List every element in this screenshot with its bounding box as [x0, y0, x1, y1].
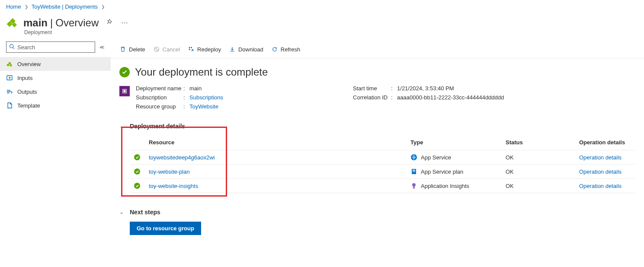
svg-rect-13 [189, 49, 190, 50]
value-deployment-name: main [189, 85, 202, 92]
label-resource-group: Resource group [136, 103, 183, 110]
status-value: OK [501, 150, 575, 165]
more-icon[interactable]: ⋯ [119, 17, 130, 29]
chevron-down-icon: ⌄ [119, 209, 124, 215]
status-value: OK [501, 165, 575, 179]
toolbar: Delete Cancel Redeploy Download Refresh [111, 41, 644, 58]
table-row: toywebsitedeep4g6aox2wiApp ServiceOKOper… [130, 150, 635, 165]
refresh-button[interactable]: Refresh [271, 45, 301, 54]
breadcrumb-deployments[interactable]: ToyWebsite | Deployments [32, 3, 98, 10]
label-deployment-name: Deployment name [136, 85, 183, 92]
summary-right: Start time : 1/21/2024, 3:53:40 PM Corre… [353, 85, 504, 110]
summary: Deployment name : main Subscription : Su… [111, 83, 644, 118]
search-icon [9, 44, 15, 51]
th-status: Status [501, 136, 575, 150]
resource-link[interactable]: toywebsitedeep4g6aox2wi [149, 154, 215, 161]
status-header: Your deployment is complete [111, 58, 644, 83]
check-circle-icon [119, 67, 130, 77]
section-next-steps[interactable]: ⌄ Next steps [111, 203, 644, 222]
label-start-time: Start time [353, 85, 391, 92]
appinsights-icon [410, 182, 417, 189]
status-value: OK [501, 179, 575, 193]
sidebar-item-label: Inputs [17, 75, 32, 81]
chevron-down-icon: ⌄ [119, 123, 124, 129]
redeploy-icon [188, 46, 195, 53]
cancel-icon [153, 46, 160, 53]
title-section: Overview [55, 17, 99, 29]
main-content: Delete Cancel Redeploy Download Refresh [111, 41, 644, 252]
outputs-icon [6, 88, 13, 95]
check-circle-icon [134, 154, 140, 160]
page-header: main | Overview ⋯ [0, 14, 644, 30]
operation-details-link[interactable]: Operation details [579, 168, 622, 175]
svg-line-4 [13, 48, 14, 49]
inputs-icon [6, 74, 13, 81]
svg-rect-15 [123, 90, 125, 92]
deploy-icon [6, 60, 13, 67]
pin-icon[interactable] [104, 17, 114, 29]
table-row: toy-website-planApp Service planOKOperat… [130, 165, 635, 179]
refresh-icon [271, 46, 278, 53]
deployment-details-table: Resource Type Status Operation details t… [130, 136, 635, 193]
breadcrumb-home[interactable]: Home [6, 3, 21, 10]
value-correlation-id: aaaa0000-bb11-2222-33cc-444444dddddd [397, 94, 504, 101]
deployment-icon [6, 16, 18, 29]
chevron-right-icon: ❯ [101, 4, 105, 9]
svg-rect-11 [189, 47, 190, 48]
sidebar-item-overview[interactable]: Overview [0, 57, 111, 71]
type-label: App Service [421, 154, 451, 161]
sidebar-item-template[interactable]: Template [0, 99, 111, 112]
chevron-right-icon: ❯ [25, 4, 28, 9]
label-correlation-id: Correlation ID [353, 94, 391, 101]
link-resource-group[interactable]: ToyWebsite [189, 103, 218, 110]
check-circle-icon [134, 183, 140, 189]
search-input[interactable] [17, 44, 92, 51]
go-to-resource-group-button[interactable]: Go to resource group [130, 222, 201, 235]
title-main: main [23, 17, 48, 29]
cancel-button: Cancel [153, 45, 180, 54]
link-subscription[interactable]: Subscriptions [189, 94, 223, 101]
th-op: Operation details [575, 136, 635, 150]
sidebar-item-label: Outputs [17, 89, 37, 95]
collapse-sidebar-button[interactable]: ≪ [98, 43, 106, 52]
page-title: main | Overview [23, 17, 99, 29]
label-subscription: Subscription [136, 94, 183, 101]
search-box[interactable] [6, 41, 95, 53]
appplan-icon [410, 168, 417, 175]
type-label: Application Insights [421, 183, 469, 189]
section-deployment-details[interactable]: ⌄ Deployment details [111, 118, 644, 136]
type-label: App Service plan [421, 168, 463, 175]
check-circle-icon [134, 168, 140, 175]
delete-button[interactable]: Delete [119, 45, 145, 54]
svg-rect-19 [413, 171, 415, 172]
breadcrumb: Home ❯ ToyWebsite | Deployments ❯ [0, 0, 644, 14]
svg-line-10 [155, 48, 158, 51]
resource-link[interactable]: toy-website-plan [149, 168, 190, 175]
status-heading: Your deployment is complete [135, 66, 268, 78]
sidebar-item-label: Template [17, 102, 40, 109]
template-badge-icon [119, 86, 130, 96]
sidebar-item-outputs[interactable]: Outputs [0, 85, 111, 99]
svg-rect-20 [413, 188, 415, 188]
operation-details-link[interactable]: Operation details [579, 183, 622, 189]
sidebar: ≪ Overview Inputs Outputs Template [0, 41, 111, 252]
svg-point-3 [10, 44, 13, 48]
delete-icon [119, 46, 126, 53]
table-row: toy-website-insightsApplication Insights… [130, 179, 635, 193]
summary-left: Deployment name : main Subscription : Su… [136, 85, 223, 110]
template-icon [6, 102, 13, 109]
sidebar-item-inputs[interactable]: Inputs [0, 71, 111, 85]
value-start-time: 1/21/2024, 3:53:40 PM [397, 85, 454, 92]
download-button[interactable]: Download [229, 45, 263, 54]
sidebar-item-label: Overview [17, 61, 41, 67]
resource-link[interactable]: toy-website-insights [149, 183, 198, 189]
download-icon [229, 46, 236, 53]
th-type: Type [406, 136, 501, 150]
svg-rect-12 [191, 47, 192, 48]
th-resource: Resource [144, 136, 406, 150]
redeploy-button[interactable]: Redeploy [188, 45, 221, 54]
operation-details-link[interactable]: Operation details [579, 154, 622, 161]
resource-type-label: Deployment [0, 29, 644, 35]
appservice-icon [410, 154, 417, 161]
svg-rect-18 [413, 170, 415, 171]
